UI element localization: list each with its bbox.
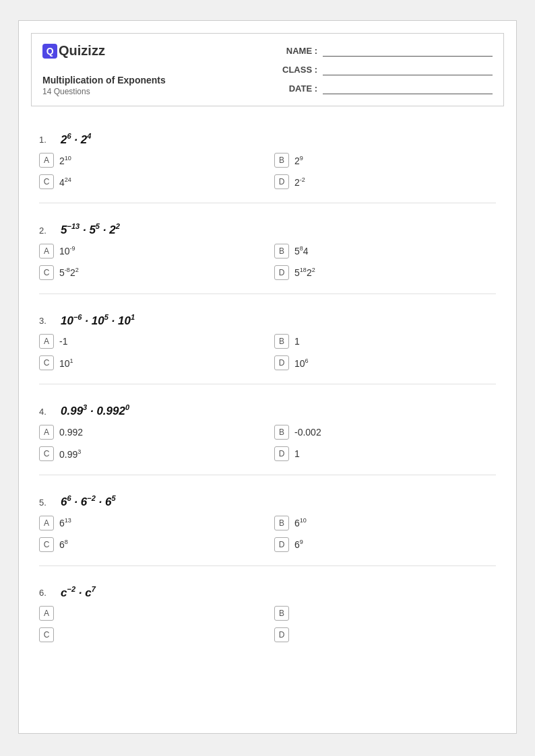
answer-letter-badge-2-a: A xyxy=(39,244,54,259)
class-line xyxy=(323,63,493,75)
question-expression-6: c−2 · c7 xyxy=(61,585,96,600)
answer-text-4-d: 1 xyxy=(294,448,300,459)
name-line xyxy=(323,44,493,57)
answer-letter-badge-2-b: B xyxy=(274,244,289,259)
quiz-title: Multiplication of Exponents xyxy=(42,75,277,85)
answer-item-5-c[interactable]: C68 xyxy=(39,537,261,552)
answer-item-2-b[interactable]: B584 xyxy=(274,244,496,259)
page: Q Quizizz Multiplication of Exponents 14… xyxy=(18,20,517,734)
answer-letter-badge-1-d: D xyxy=(274,174,289,189)
header: Q Quizizz Multiplication of Exponents 14… xyxy=(31,33,504,106)
answer-text-3-c: 101 xyxy=(59,357,73,369)
answer-text-2-d: 51822 xyxy=(294,267,315,278)
answer-item-6-d[interactable]: D xyxy=(274,627,496,642)
answer-letter-badge-5-c: C xyxy=(39,537,54,552)
header-left: Q Quizizz Multiplication of Exponents 14… xyxy=(42,43,277,96)
answer-text-1-a: 210 xyxy=(59,155,71,166)
question-expression-3: 10−6 · 105 · 101 xyxy=(61,313,135,328)
answer-letter-badge-1-a: A xyxy=(39,153,54,168)
question-6: 6.c−2 · c7ABCD xyxy=(39,585,496,643)
answer-text-4-c: 0.993 xyxy=(59,448,81,460)
answer-item-3-c[interactable]: C101 xyxy=(39,355,261,370)
answer-item-2-a[interactable]: A10-9 xyxy=(39,244,261,259)
answer-letter-badge-2-c: C xyxy=(39,265,54,280)
quiz-subtitle: 14 Questions xyxy=(42,87,277,96)
answer-item-4-d[interactable]: D1 xyxy=(274,446,496,461)
answer-item-1-a[interactable]: A210 xyxy=(39,153,261,168)
answer-letter-badge-4-b: B xyxy=(274,425,289,440)
question-4: 4.0.993 · 0.9920A0.992B-0.002C0.993D1 xyxy=(39,403,496,475)
question-1: 1.26 · 24A210B29C424D2-2 xyxy=(39,132,496,204)
name-field-row: NAME : xyxy=(277,44,493,57)
name-label: NAME : xyxy=(277,46,317,56)
answer-letter-badge-4-c: C xyxy=(39,446,54,461)
answer-text-1-d: 2-2 xyxy=(294,176,305,188)
answer-item-6-c[interactable]: C xyxy=(39,627,261,642)
question-number-1: 1. xyxy=(39,135,53,145)
answer-letter-badge-6-a: A xyxy=(39,606,54,621)
answer-text-3-a: -1 xyxy=(59,336,67,347)
answer-item-3-a[interactable]: A-1 xyxy=(39,334,261,349)
answer-letter-badge-4-a: A xyxy=(39,425,54,440)
answers-grid-5: A613B610C68D69 xyxy=(39,516,496,552)
question-expression-5: 66 · 6−2 · 65 xyxy=(61,494,116,509)
question-2: 2.5−13 · 55 · 22A10-9B584C5-822D51822 xyxy=(39,222,496,294)
answer-letter-badge-5-d: D xyxy=(274,537,289,552)
answer-item-5-a[interactable]: A613 xyxy=(39,516,261,530)
answer-item-6-a[interactable]: A xyxy=(39,606,261,621)
answers-grid-2: A10-9B584C5-822D51822 xyxy=(39,244,496,280)
answer-item-1-d[interactable]: D2-2 xyxy=(274,174,496,189)
answer-letter-badge-6-d: D xyxy=(274,627,289,642)
answer-item-1-c[interactable]: C424 xyxy=(39,174,261,189)
question-expression-2: 5−13 · 55 · 22 xyxy=(61,222,120,237)
answers-grid-6: ABCD xyxy=(39,606,496,642)
question-number-row-4: 4.0.993 · 0.9920 xyxy=(39,403,496,418)
answer-letter-badge-3-c: C xyxy=(39,355,54,370)
questions-container: 1.26 · 24A210B29C424D2-22.5−13 · 55 · 22… xyxy=(19,106,516,650)
answer-text-3-d: 106 xyxy=(294,357,309,369)
answer-letter-badge-1-b: B xyxy=(274,153,289,168)
answer-text-5-d: 69 xyxy=(294,539,303,550)
answer-item-3-d[interactable]: D106 xyxy=(274,355,496,370)
question-3: 3.10−6 · 105 · 101A-1B1C101D106 xyxy=(39,313,496,385)
answer-letter-badge-3-d: D xyxy=(274,355,289,370)
answer-item-1-b[interactable]: B29 xyxy=(274,153,496,168)
answer-text-5-b: 610 xyxy=(294,517,307,528)
answer-text-3-b: 1 xyxy=(294,336,300,347)
answer-item-4-a[interactable]: A0.992 xyxy=(39,425,261,440)
answer-letter-badge-3-b: B xyxy=(274,334,289,349)
answer-letter-badge-6-c: C xyxy=(39,627,54,642)
answer-text-1-c: 424 xyxy=(59,176,71,188)
answer-letter-badge-6-b: B xyxy=(274,606,289,621)
answer-text-5-c: 68 xyxy=(59,539,68,550)
question-5: 5.66 · 6−2 · 65A613B610C68D69 xyxy=(39,494,496,566)
answer-text-4-a: 0.992 xyxy=(59,427,83,438)
question-number-4: 4. xyxy=(39,407,53,417)
answer-letter-badge-4-d: D xyxy=(274,446,289,461)
answer-item-4-c[interactable]: C0.993 xyxy=(39,446,261,461)
answer-letter-badge-1-c: C xyxy=(39,174,54,189)
svg-text:Q: Q xyxy=(46,46,54,57)
date-line xyxy=(323,82,493,94)
header-right: NAME : CLASS : DATE : xyxy=(277,43,493,96)
answer-item-2-c[interactable]: C5-822 xyxy=(39,265,261,280)
answer-item-5-b[interactable]: B610 xyxy=(274,516,496,530)
answer-text-2-a: 10-9 xyxy=(59,245,75,256)
answer-item-2-d[interactable]: D51822 xyxy=(274,265,496,280)
answer-item-4-b[interactable]: B-0.002 xyxy=(274,425,496,440)
answer-text-5-a: 613 xyxy=(59,517,71,528)
question-expression-4: 0.993 · 0.9920 xyxy=(61,403,129,418)
question-number-6: 6. xyxy=(39,588,53,598)
answer-item-6-b[interactable]: B xyxy=(274,606,496,621)
question-number-row-1: 1.26 · 24 xyxy=(39,132,496,147)
answers-grid-1: A210B29C424D2-2 xyxy=(39,153,496,189)
class-field-row: CLASS : xyxy=(277,63,493,75)
answer-text-2-b: 584 xyxy=(294,245,309,256)
answer-item-5-d[interactable]: D69 xyxy=(274,537,496,552)
question-expression-1: 26 · 24 xyxy=(61,132,91,147)
answer-item-3-b[interactable]: B1 xyxy=(274,334,496,349)
answer-letter-badge-5-b: B xyxy=(274,516,289,530)
logo-text: Quizizz xyxy=(59,43,105,59)
question-number-row-2: 2.5−13 · 55 · 22 xyxy=(39,222,496,237)
class-label: CLASS : xyxy=(277,65,317,75)
